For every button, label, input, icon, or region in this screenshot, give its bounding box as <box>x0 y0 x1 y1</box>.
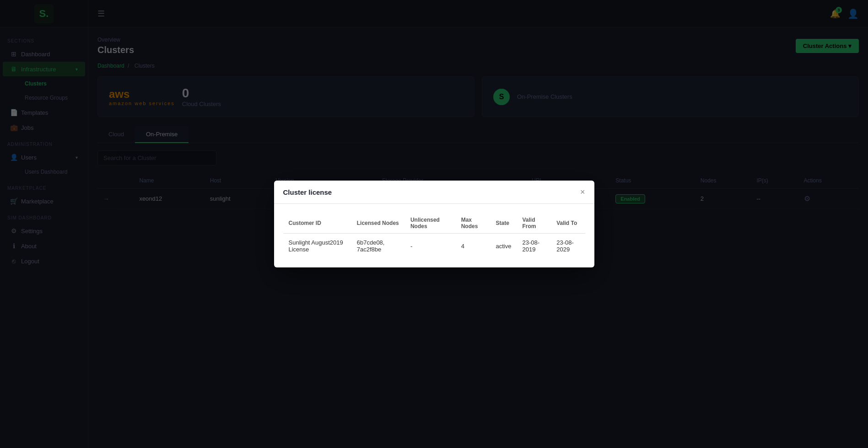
modal-table-row: Sunlight August2019 License 6b7cde08, 7a… <box>283 234 585 259</box>
modal-valid-to: 23-08-2029 <box>551 234 585 259</box>
cluster-license-modal: Cluster license × Customer ID Licensed N… <box>274 181 594 267</box>
modal-col-customer-id: Customer ID <box>283 213 351 234</box>
modal-close-button[interactable]: × <box>580 188 585 196</box>
modal-col-valid-to: Valid To <box>551 213 585 234</box>
modal-overlay[interactable]: Cluster license × Customer ID Licensed N… <box>0 0 868 448</box>
modal-unlicensed-nodes: - <box>405 234 456 259</box>
modal-licensed-nodes: 6b7cde08, 7ac2f8be <box>351 234 405 259</box>
modal-col-licensed-nodes: Licensed Nodes <box>351 213 405 234</box>
modal-table: Customer ID Licensed Nodes Unlicensed No… <box>283 213 585 258</box>
modal-col-state: State <box>490 213 517 234</box>
modal-title: Cluster license <box>283 188 332 196</box>
modal-col-unlicensed-nodes: Unlicensed Nodes <box>405 213 456 234</box>
modal-header: Cluster license × <box>274 181 594 204</box>
modal-col-max-nodes: Max Nodes <box>456 213 491 234</box>
modal-body: Customer ID Licensed Nodes Unlicensed No… <box>274 204 594 267</box>
modal-state: active <box>490 234 517 259</box>
modal-col-valid-from: Valid From <box>517 213 551 234</box>
modal-customer-id: Sunlight August2019 License <box>283 234 351 259</box>
modal-max-nodes: 4 <box>456 234 491 259</box>
modal-valid-from: 23-08-2019 <box>517 234 551 259</box>
